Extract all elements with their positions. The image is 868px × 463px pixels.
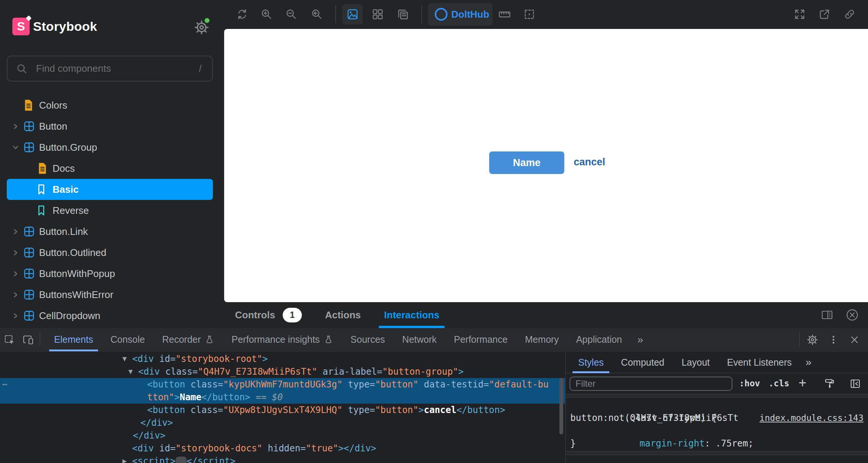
code-value: tton"	[147, 392, 174, 402]
paint-format-button[interactable]	[824, 378, 835, 389]
new-style-rule-button[interactable]: +	[799, 373, 806, 393]
toggle-classes-button[interactable]: .cls	[769, 373, 789, 393]
code-attr: data-testid=	[419, 379, 489, 390]
tab-layout[interactable]: Layout	[673, 352, 718, 373]
tree-line[interactable]: <div id="storybook-docs" hidden="true"><…	[0, 442, 565, 455]
remount-icon[interactable]	[236, 8, 249, 21]
stacked-view-icon[interactable]	[396, 8, 409, 21]
tab-actions[interactable]: Actions	[325, 302, 361, 328]
chevron-right-icon[interactable]	[12, 313, 19, 319]
chevron-down-icon[interactable]	[12, 144, 19, 151]
tab-network[interactable]: Network	[393, 328, 445, 351]
sidebar-item-colors[interactable]: Colors	[0, 95, 224, 116]
copy-link-icon[interactable]	[843, 8, 856, 21]
open-new-tab-icon[interactable]	[818, 8, 831, 21]
chevron-right-icon[interactable]	[12, 292, 19, 298]
app: S Storybook Find components / ColorsButt…	[0, 0, 868, 463]
tab-label: Computed	[621, 357, 664, 368]
more-tabs-button[interactable]: »	[631, 328, 650, 351]
tree-line[interactable]: ⋯<button class="kypUKhWmF7muntdUGk3g" ty…	[0, 378, 565, 391]
sidebar-item-celldropdown[interactable]: CellDropdown	[0, 305, 224, 326]
chevron-right-icon[interactable]	[12, 228, 19, 235]
tree-line[interactable]: ▶<script>…</script>	[0, 455, 565, 463]
chevron-right-icon[interactable]	[12, 250, 19, 256]
styles-filter-input[interactable]	[570, 377, 732, 391]
tab-performance-insights[interactable]: Performance insights	[223, 328, 342, 351]
code-text: Name	[180, 392, 202, 402]
css-source-link[interactable]: index.module.css:143	[760, 412, 863, 424]
sidebar-item-button-outlined[interactable]: Button.Outlined	[0, 242, 224, 263]
tab-performance[interactable]: Performance	[445, 328, 516, 351]
zoom-out-icon[interactable]	[285, 8, 298, 21]
tab-sources[interactable]: Sources	[342, 328, 394, 351]
addon-panel-bar: Controls1ActionsInteractions	[224, 302, 868, 328]
cancel-link[interactable]: cancel	[574, 156, 605, 168]
collapse-panel-button[interactable]	[850, 378, 861, 389]
tab-application[interactable]: Application	[567, 328, 630, 351]
tree-line[interactable]: ▼<div class="Q4H7v_E73I8wMiiP6sTt" aria-…	[0, 365, 565, 378]
toggle-pseudo-classes-button[interactable]: :hov	[739, 373, 760, 393]
tree-line[interactable]: </div>	[0, 429, 565, 442]
twisty-icon[interactable]: ▼	[128, 365, 133, 378]
more-tabs-button[interactable]: »	[800, 352, 817, 373]
sidebar-item-basic[interactable]: Basic	[0, 179, 224, 200]
zoom-reset-icon[interactable]	[310, 8, 323, 21]
tab-memory[interactable]: Memory	[516, 328, 567, 351]
settings-button[interactable]	[191, 17, 212, 37]
styles-panel: StylesComputedLayoutEvent Listeners» :ho…	[565, 352, 868, 463]
devtools-close-button[interactable]	[844, 328, 865, 351]
sidebar-item-buttonswitherror[interactable]: ButtonsWithError	[0, 284, 224, 305]
tab-event-listeners[interactable]: Event Listeners	[719, 352, 800, 373]
tab-interactions[interactable]: Interactions	[384, 302, 439, 328]
twisty-icon[interactable]: ▶	[122, 455, 127, 463]
name-button[interactable]: Name	[489, 151, 564, 174]
device-toolbar-button[interactable]	[19, 328, 38, 351]
canvas-view-button[interactable]	[342, 4, 363, 24]
devtools-toolbar-right	[797, 328, 865, 351]
devtools-settings-button[interactable]	[802, 328, 823, 351]
twisty-icon[interactable]: ▼	[122, 353, 127, 365]
sidebar-item-button[interactable]: Button	[0, 116, 224, 137]
gutter-ellipsis[interactable]: ⋯	[2, 378, 7, 391]
tab-computed[interactable]: Computed	[612, 352, 673, 373]
tree-line[interactable]: </div>	[0, 416, 565, 429]
component-icon	[23, 268, 35, 280]
tree-line[interactable]: ▼<div id="storybook-root">	[0, 353, 565, 365]
tab-controls[interactable]: Controls1	[235, 302, 302, 328]
canvas-icon	[346, 8, 359, 21]
grid-view-icon[interactable]	[371, 8, 384, 21]
storybook-sidebar: S Storybook Find components / ColorsButt…	[0, 0, 224, 328]
dolthub-theme-button[interactable]: DoltHub	[428, 3, 493, 26]
storybook-logo[interactable]: S	[12, 18, 30, 35]
chevron-right-icon[interactable]	[12, 271, 19, 277]
outline-icon[interactable]	[523, 8, 536, 21]
sidebar-item-reverse[interactable]: Reverse	[0, 200, 224, 221]
doc-icon	[37, 162, 48, 174]
sidebar-item-label: CellDropdown	[39, 310, 100, 322]
sidebar-item-button-group[interactable]: Button.Group	[0, 137, 224, 158]
inspect-element-button[interactable]	[0, 328, 19, 351]
sidebar-item-buttonwithpopup[interactable]: ButtonWithPopup	[0, 263, 224, 284]
tree-line[interactable]: tton">Name</button> == $0	[0, 391, 565, 404]
tab-styles[interactable]: Styles	[570, 352, 612, 373]
tree-line[interactable]: <button class="UXpw8tJUgvSLxT4X9LHQ" typ…	[0, 404, 565, 416]
chevron-right-icon[interactable]	[12, 123, 19, 130]
elements-scrollbar[interactable]	[559, 378, 563, 434]
sidebar-item-button-link[interactable]: Button.Link	[0, 221, 224, 242]
collapse-panel-icon	[850, 378, 861, 389]
tab-recorder[interactable]: Recorder	[154, 328, 223, 351]
tab-label: Layout	[681, 357, 710, 368]
tab-elements[interactable]: Elements	[45, 328, 102, 351]
fullscreen-icon[interactable]	[793, 8, 806, 21]
zoom-in-icon[interactable]	[260, 8, 273, 21]
addon-tabs: Controls1ActionsInteractions	[235, 302, 463, 328]
sidebar-item-docs[interactable]: Docs	[0, 158, 224, 179]
panel-position-button[interactable]	[820, 308, 834, 322]
styles-separator	[566, 394, 868, 398]
devtools-menu-button[interactable]	[823, 328, 844, 351]
search-input[interactable]: Find components /	[7, 56, 213, 82]
close-panel-button[interactable]	[845, 308, 859, 322]
tab-console[interactable]: Console	[102, 328, 154, 351]
ruler-icon[interactable]	[498, 8, 511, 21]
code-value: "button"	[375, 379, 419, 390]
